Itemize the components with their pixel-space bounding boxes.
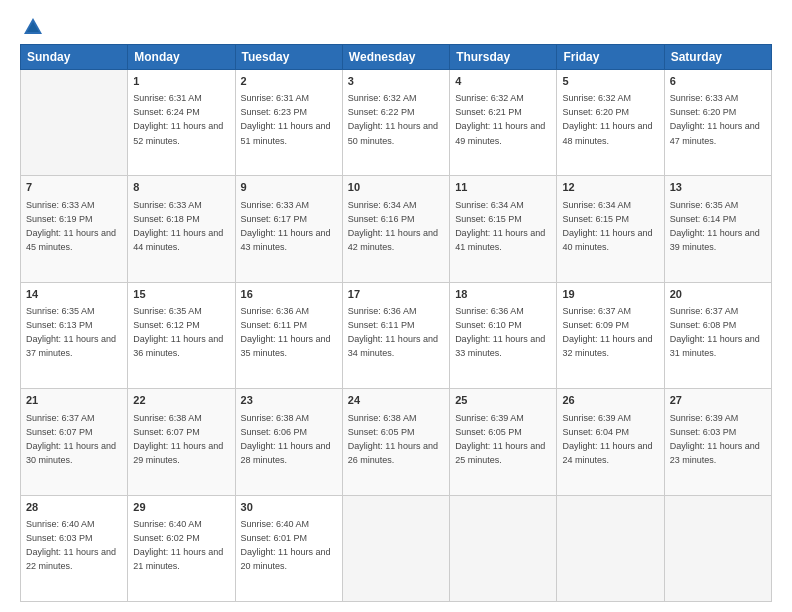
calendar-day-cell: 29 Sunrise: 6:40 AMSunset: 6:02 PMDaylig… bbox=[128, 495, 235, 601]
day-number: 21 bbox=[26, 393, 122, 408]
calendar-day-cell: 4 Sunrise: 6:32 AMSunset: 6:21 PMDayligh… bbox=[450, 70, 557, 176]
day-number: 1 bbox=[133, 74, 229, 89]
day-number: 7 bbox=[26, 180, 122, 195]
day-number: 8 bbox=[133, 180, 229, 195]
day-number: 23 bbox=[241, 393, 337, 408]
day-detail: Sunrise: 6:32 AMSunset: 6:20 PMDaylight:… bbox=[562, 93, 652, 145]
calendar-day-cell bbox=[557, 495, 664, 601]
calendar-day-cell bbox=[342, 495, 449, 601]
calendar-day-cell: 18 Sunrise: 6:36 AMSunset: 6:10 PMDaylig… bbox=[450, 282, 557, 388]
day-detail: Sunrise: 6:34 AMSunset: 6:15 PMDaylight:… bbox=[562, 200, 652, 252]
calendar-header-cell: Saturday bbox=[664, 45, 771, 70]
calendar-day-cell: 28 Sunrise: 6:40 AMSunset: 6:03 PMDaylig… bbox=[21, 495, 128, 601]
logo-icon bbox=[22, 16, 44, 38]
day-number: 6 bbox=[670, 74, 766, 89]
calendar-week-row: 14 Sunrise: 6:35 AMSunset: 6:13 PMDaylig… bbox=[21, 282, 772, 388]
day-detail: Sunrise: 6:31 AMSunset: 6:24 PMDaylight:… bbox=[133, 93, 223, 145]
calendar-day-cell: 30 Sunrise: 6:40 AMSunset: 6:01 PMDaylig… bbox=[235, 495, 342, 601]
day-detail: Sunrise: 6:35 AMSunset: 6:14 PMDaylight:… bbox=[670, 200, 760, 252]
day-number: 27 bbox=[670, 393, 766, 408]
calendar-day-cell: 14 Sunrise: 6:35 AMSunset: 6:13 PMDaylig… bbox=[21, 282, 128, 388]
calendar-week-row: 1 Sunrise: 6:31 AMSunset: 6:24 PMDayligh… bbox=[21, 70, 772, 176]
day-number: 13 bbox=[670, 180, 766, 195]
day-detail: Sunrise: 6:37 AMSunset: 6:09 PMDaylight:… bbox=[562, 306, 652, 358]
calendar-day-cell: 6 Sunrise: 6:33 AMSunset: 6:20 PMDayligh… bbox=[664, 70, 771, 176]
calendar-table: SundayMondayTuesdayWednesdayThursdayFrid… bbox=[20, 44, 772, 602]
day-detail: Sunrise: 6:33 AMSunset: 6:17 PMDaylight:… bbox=[241, 200, 331, 252]
calendar-body: 1 Sunrise: 6:31 AMSunset: 6:24 PMDayligh… bbox=[21, 70, 772, 602]
calendar-day-cell: 17 Sunrise: 6:36 AMSunset: 6:11 PMDaylig… bbox=[342, 282, 449, 388]
calendar-day-cell: 16 Sunrise: 6:36 AMSunset: 6:11 PMDaylig… bbox=[235, 282, 342, 388]
calendar-day-cell: 9 Sunrise: 6:33 AMSunset: 6:17 PMDayligh… bbox=[235, 176, 342, 282]
calendar-day-cell: 21 Sunrise: 6:37 AMSunset: 6:07 PMDaylig… bbox=[21, 389, 128, 495]
day-detail: Sunrise: 6:37 AMSunset: 6:08 PMDaylight:… bbox=[670, 306, 760, 358]
calendar-header-cell: Wednesday bbox=[342, 45, 449, 70]
day-number: 16 bbox=[241, 287, 337, 302]
day-detail: Sunrise: 6:33 AMSunset: 6:18 PMDaylight:… bbox=[133, 200, 223, 252]
day-detail: Sunrise: 6:37 AMSunset: 6:07 PMDaylight:… bbox=[26, 413, 116, 465]
day-detail: Sunrise: 6:39 AMSunset: 6:03 PMDaylight:… bbox=[670, 413, 760, 465]
day-number: 24 bbox=[348, 393, 444, 408]
day-detail: Sunrise: 6:39 AMSunset: 6:04 PMDaylight:… bbox=[562, 413, 652, 465]
day-number: 18 bbox=[455, 287, 551, 302]
day-detail: Sunrise: 6:33 AMSunset: 6:20 PMDaylight:… bbox=[670, 93, 760, 145]
day-detail: Sunrise: 6:36 AMSunset: 6:11 PMDaylight:… bbox=[241, 306, 331, 358]
day-number: 12 bbox=[562, 180, 658, 195]
day-number: 2 bbox=[241, 74, 337, 89]
day-detail: Sunrise: 6:40 AMSunset: 6:03 PMDaylight:… bbox=[26, 519, 116, 571]
day-number: 4 bbox=[455, 74, 551, 89]
calendar-day-cell: 10 Sunrise: 6:34 AMSunset: 6:16 PMDaylig… bbox=[342, 176, 449, 282]
day-detail: Sunrise: 6:38 AMSunset: 6:05 PMDaylight:… bbox=[348, 413, 438, 465]
page: SundayMondayTuesdayWednesdayThursdayFrid… bbox=[0, 0, 792, 612]
day-number: 3 bbox=[348, 74, 444, 89]
calendar-day-cell: 13 Sunrise: 6:35 AMSunset: 6:14 PMDaylig… bbox=[664, 176, 771, 282]
day-detail: Sunrise: 6:33 AMSunset: 6:19 PMDaylight:… bbox=[26, 200, 116, 252]
day-detail: Sunrise: 6:34 AMSunset: 6:16 PMDaylight:… bbox=[348, 200, 438, 252]
calendar-day-cell: 22 Sunrise: 6:38 AMSunset: 6:07 PMDaylig… bbox=[128, 389, 235, 495]
day-detail: Sunrise: 6:34 AMSunset: 6:15 PMDaylight:… bbox=[455, 200, 545, 252]
calendar-day-cell: 1 Sunrise: 6:31 AMSunset: 6:24 PMDayligh… bbox=[128, 70, 235, 176]
day-number: 28 bbox=[26, 500, 122, 515]
day-number: 19 bbox=[562, 287, 658, 302]
calendar-week-row: 21 Sunrise: 6:37 AMSunset: 6:07 PMDaylig… bbox=[21, 389, 772, 495]
day-detail: Sunrise: 6:36 AMSunset: 6:10 PMDaylight:… bbox=[455, 306, 545, 358]
day-number: 25 bbox=[455, 393, 551, 408]
day-number: 9 bbox=[241, 180, 337, 195]
calendar-day-cell: 27 Sunrise: 6:39 AMSunset: 6:03 PMDaylig… bbox=[664, 389, 771, 495]
calendar-week-row: 28 Sunrise: 6:40 AMSunset: 6:03 PMDaylig… bbox=[21, 495, 772, 601]
day-detail: Sunrise: 6:32 AMSunset: 6:21 PMDaylight:… bbox=[455, 93, 545, 145]
calendar-day-cell: 3 Sunrise: 6:32 AMSunset: 6:22 PMDayligh… bbox=[342, 70, 449, 176]
calendar-day-cell: 26 Sunrise: 6:39 AMSunset: 6:04 PMDaylig… bbox=[557, 389, 664, 495]
calendar-day-cell: 25 Sunrise: 6:39 AMSunset: 6:05 PMDaylig… bbox=[450, 389, 557, 495]
calendar-header-cell: Friday bbox=[557, 45, 664, 70]
day-number: 5 bbox=[562, 74, 658, 89]
calendar-day-cell: 8 Sunrise: 6:33 AMSunset: 6:18 PMDayligh… bbox=[128, 176, 235, 282]
day-number: 15 bbox=[133, 287, 229, 302]
day-detail: Sunrise: 6:40 AMSunset: 6:01 PMDaylight:… bbox=[241, 519, 331, 571]
day-number: 11 bbox=[455, 180, 551, 195]
day-number: 22 bbox=[133, 393, 229, 408]
day-detail: Sunrise: 6:39 AMSunset: 6:05 PMDaylight:… bbox=[455, 413, 545, 465]
calendar-header-cell: Tuesday bbox=[235, 45, 342, 70]
day-number: 17 bbox=[348, 287, 444, 302]
calendar-day-cell: 23 Sunrise: 6:38 AMSunset: 6:06 PMDaylig… bbox=[235, 389, 342, 495]
calendar-day-cell: 11 Sunrise: 6:34 AMSunset: 6:15 PMDaylig… bbox=[450, 176, 557, 282]
calendar-header-cell: Monday bbox=[128, 45, 235, 70]
calendar-day-cell: 7 Sunrise: 6:33 AMSunset: 6:19 PMDayligh… bbox=[21, 176, 128, 282]
calendar-week-row: 7 Sunrise: 6:33 AMSunset: 6:19 PMDayligh… bbox=[21, 176, 772, 282]
calendar-day-cell: 12 Sunrise: 6:34 AMSunset: 6:15 PMDaylig… bbox=[557, 176, 664, 282]
calendar-header-cell: Sunday bbox=[21, 45, 128, 70]
calendar-day-cell bbox=[450, 495, 557, 601]
calendar-day-cell: 20 Sunrise: 6:37 AMSunset: 6:08 PMDaylig… bbox=[664, 282, 771, 388]
calendar-day-cell: 5 Sunrise: 6:32 AMSunset: 6:20 PMDayligh… bbox=[557, 70, 664, 176]
day-number: 30 bbox=[241, 500, 337, 515]
day-detail: Sunrise: 6:40 AMSunset: 6:02 PMDaylight:… bbox=[133, 519, 223, 571]
calendar-header-cell: Thursday bbox=[450, 45, 557, 70]
logo bbox=[20, 16, 46, 38]
header bbox=[20, 16, 772, 38]
calendar-day-cell: 19 Sunrise: 6:37 AMSunset: 6:09 PMDaylig… bbox=[557, 282, 664, 388]
day-detail: Sunrise: 6:35 AMSunset: 6:13 PMDaylight:… bbox=[26, 306, 116, 358]
day-detail: Sunrise: 6:35 AMSunset: 6:12 PMDaylight:… bbox=[133, 306, 223, 358]
calendar-header-row: SundayMondayTuesdayWednesdayThursdayFrid… bbox=[21, 45, 772, 70]
day-number: 20 bbox=[670, 287, 766, 302]
